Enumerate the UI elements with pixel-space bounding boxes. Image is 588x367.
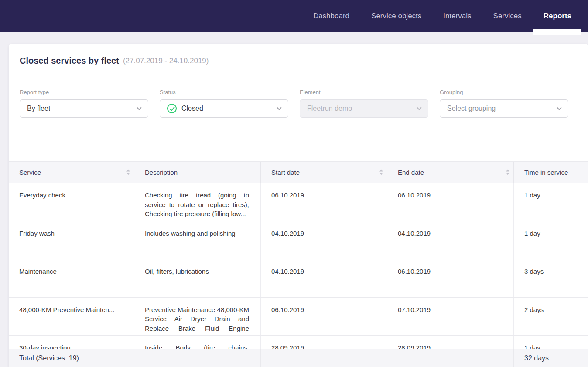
filters-bar: Report type By fleet Status Closed Eleme… xyxy=(9,78,588,118)
filter-grouping: Grouping Select grouping xyxy=(440,89,568,118)
total-spacer xyxy=(387,349,514,367)
cell-service: Friday wash xyxy=(9,221,134,259)
table-row: Friday washIncludes washing and polishin… xyxy=(9,221,588,260)
nav-item-reports-label: Reports xyxy=(544,12,571,20)
cell-description: Preventive Maintenance 48,000-KM Service… xyxy=(134,298,261,336)
cell-time_in_service: 1 day xyxy=(514,221,588,259)
table-total-row: Total (Services: 19) 32 days xyxy=(9,349,588,367)
total-time-in-service: 32 days xyxy=(514,349,588,367)
cell-start_date: 06.10.2019 xyxy=(261,298,387,336)
cell-service: Everyday check xyxy=(9,183,134,221)
column-header-description: Description xyxy=(134,162,261,183)
table-row: 48,000-KM Preventive Mainten...Preventiv… xyxy=(9,298,588,336)
cell-time_in_service: 1 day xyxy=(514,183,588,221)
table-row: MaintenanceOil, filters, lubrications04.… xyxy=(9,259,588,298)
nav-item-dashboard[interactable]: Dashboard xyxy=(313,0,349,32)
cell-end_date: 04.10.2019 xyxy=(387,221,514,259)
table-header: Service Description Start date End date … xyxy=(9,161,588,183)
column-header-service[interactable]: Service xyxy=(9,162,134,183)
chevron-down-icon xyxy=(137,105,141,110)
top-nav: Dashboard Service objects Intervals Serv… xyxy=(0,0,588,32)
filter-report-type: Report type By fleet xyxy=(20,89,148,118)
filter-grouping-label: Grouping xyxy=(440,89,568,95)
column-header-end-date[interactable]: End date xyxy=(387,162,514,183)
cell-start_date: 04.10.2019 xyxy=(261,221,387,259)
filter-status-label: Status xyxy=(160,89,288,95)
cell-end_date: 06.10.2019 xyxy=(387,259,514,297)
cell-service: 48,000-KM Preventive Mainten... xyxy=(9,298,134,336)
report-header: Closed services by fleet (27.07.2019 - 2… xyxy=(9,44,588,78)
cell-description: Checking tire tread (going to service to… xyxy=(134,183,261,221)
cell-service: Maintenance xyxy=(9,259,134,297)
active-tab-indicator xyxy=(533,29,581,35)
check-circle-icon xyxy=(167,104,177,113)
report-title: Closed services by fleet xyxy=(20,56,119,66)
services-table: Service Description Start date End date … xyxy=(9,161,588,367)
total-label: Total (Services: 19) xyxy=(9,349,134,367)
chevron-down-icon xyxy=(277,105,281,110)
cell-description: Oil, filters, lubrications xyxy=(134,259,261,297)
table-row: Everyday checkChecking tire tread (going… xyxy=(9,183,588,221)
nav-item-intervals[interactable]: Intervals xyxy=(443,0,471,32)
cell-end_date: 06.10.2019 xyxy=(387,183,514,221)
cell-start_date: 06.10.2019 xyxy=(261,183,387,221)
status-value: Closed xyxy=(181,105,203,112)
report-card: Closed services by fleet (27.07.2019 - 2… xyxy=(9,44,588,367)
report-type-value: By fleet xyxy=(27,105,50,112)
total-spacer xyxy=(134,349,261,367)
total-spacer xyxy=(261,349,387,367)
status-select[interactable]: Closed xyxy=(160,99,288,118)
chevron-down-icon xyxy=(417,105,421,110)
table-body: Everyday checkChecking tire tread (going… xyxy=(9,183,588,367)
sort-icon[interactable] xyxy=(379,170,383,175)
cell-time_in_service: 2 days xyxy=(514,298,588,336)
nav-item-services[interactable]: Services xyxy=(493,0,522,32)
report-type-select[interactable]: By fleet xyxy=(20,99,148,118)
column-header-start-date[interactable]: Start date xyxy=(261,162,387,183)
filter-element: Element Fleetrun demo xyxy=(300,89,428,118)
cell-end_date: 07.10.2019 xyxy=(387,298,514,336)
chevron-down-icon xyxy=(557,105,561,110)
filter-status: Status Closed xyxy=(160,89,288,118)
element-value: Fleetrun demo xyxy=(307,105,352,112)
nav-item-service-objects[interactable]: Service objects xyxy=(371,0,421,32)
nav-item-reports[interactable]: Reports xyxy=(544,0,571,32)
filter-element-label: Element xyxy=(300,89,428,95)
sort-icon[interactable] xyxy=(506,170,509,175)
cell-description: Includes washing and polishing xyxy=(134,221,261,259)
grouping-value: Select grouping xyxy=(447,105,496,112)
cell-start_date: 04.10.2019 xyxy=(261,259,387,297)
column-header-time-in-service: Time in service xyxy=(514,162,588,183)
sort-icon[interactable] xyxy=(126,170,130,175)
grouping-select[interactable]: Select grouping xyxy=(440,99,568,118)
cell-time_in_service: 3 days xyxy=(514,259,588,297)
element-select: Fleetrun demo xyxy=(300,99,428,118)
report-date-range: (27.07.2019 - 24.10.2019) xyxy=(123,57,209,65)
filter-report-type-label: Report type xyxy=(20,89,148,95)
